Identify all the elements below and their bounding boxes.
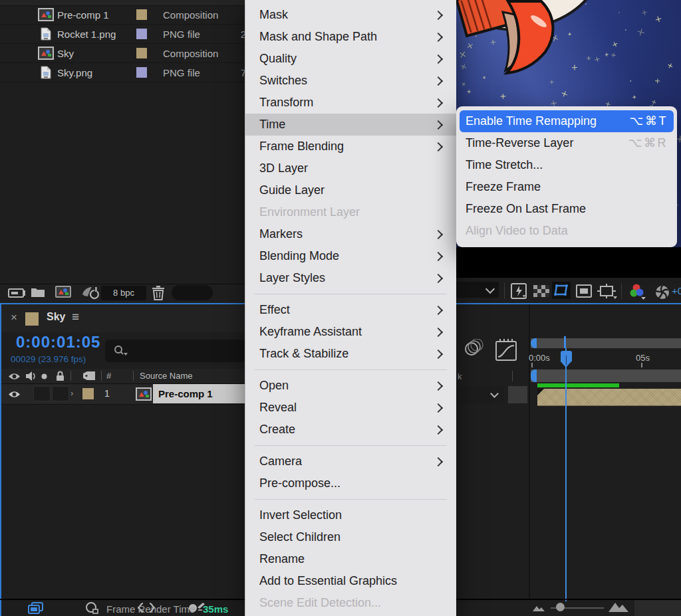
- channel-rgb-icon[interactable]: [629, 283, 646, 300]
- submenu-chevron-icon: [434, 252, 443, 261]
- submenu-item-freeze-frame[interactable]: Freeze Frame: [456, 176, 677, 198]
- project-search-field[interactable]: [172, 285, 213, 300]
- work-area-start-handle[interactable]: [531, 369, 537, 382]
- item-type[interactable]: PNG file: [163, 67, 200, 78]
- ruler-label: 05s: [636, 353, 650, 363]
- menu-item-transform[interactable]: Transform: [245, 92, 456, 114]
- menu-item-label: Time: [259, 118, 285, 131]
- submenu-item-label: Enable Time Remapping: [466, 110, 597, 132]
- video-eye-icon[interactable]: [8, 372, 21, 381]
- menu-item-markers[interactable]: Markers: [245, 223, 456, 245]
- menu-item-invert-selection[interactable]: Invert Selection: [245, 504, 456, 526]
- menu-item-add-to-essential-graphics[interactable]: Add to Essential Graphics: [245, 570, 456, 592]
- item-type[interactable]: PNG file: [163, 29, 200, 40]
- timeline-zoom-knob[interactable]: [556, 603, 565, 611]
- transparency-grid-icon[interactable]: [533, 285, 549, 297]
- exposure-shutter-icon[interactable]: [654, 284, 670, 300]
- label-color-swatch[interactable]: [136, 48, 147, 58]
- magnification-dropdown[interactable]: [456, 282, 499, 298]
- timeline-tab-title[interactable]: Sky: [47, 311, 65, 323]
- work-area-bar[interactable]: [531, 369, 681, 382]
- fast-previews-icon[interactable]: [511, 283, 529, 300]
- solo-icon[interactable]: [41, 373, 47, 379]
- label-color-swatch[interactable]: [136, 67, 147, 78]
- menu-item-reveal[interactable]: Reveal: [245, 397, 456, 419]
- trash-icon[interactable]: [152, 285, 165, 300]
- menu-item-label: Scene Edit Detection...: [259, 596, 381, 609]
- layer-expander-icon[interactable]: ›: [70, 388, 73, 398]
- submenu-item-enable-time-remapping[interactable]: Enable Time Remapping⌥⌘T: [460, 110, 674, 132]
- menu-item-effect[interactable]: Effect: [245, 299, 456, 321]
- guides-grid-icon[interactable]: [597, 284, 617, 300]
- playhead-handle[interactable]: [561, 351, 572, 361]
- zoom-out-icon[interactable]: [532, 604, 545, 612]
- menu-item-blending-mode[interactable]: Blending Mode: [245, 245, 456, 267]
- graph-editor-icon[interactable]: [495, 338, 517, 361]
- composition-icon: [136, 387, 152, 401]
- menu-item-switches[interactable]: Switches: [245, 70, 456, 92]
- current-timecode[interactable]: 0:00:01:05: [16, 333, 100, 352]
- column-number[interactable]: #: [106, 371, 111, 381]
- interpret-footage-icon[interactable]: [8, 287, 25, 299]
- menu-item-frame-blending[interactable]: Frame Blending: [245, 136, 456, 157]
- submenu-item-time-stretch[interactable]: Time Stretch...: [456, 154, 677, 176]
- submenu-item-time-reverse-layer[interactable]: Time-Reverse Layer⌥⌘R: [456, 132, 677, 154]
- region-of-interest-icon[interactable]: [552, 282, 571, 299]
- time-navigator-bar[interactable]: [531, 338, 681, 348]
- submenu-chevron-icon: [434, 306, 443, 315]
- item-type[interactable]: Composition: [163, 48, 218, 59]
- label-color-swatch[interactable]: [136, 9, 147, 20]
- pick-whip-cell[interactable]: [508, 386, 527, 403]
- menu-item-label: 3D Layer: [259, 161, 308, 175]
- menu-item-mask[interactable]: Mask: [245, 4, 456, 26]
- label-tag-icon[interactable]: [82, 371, 96, 381]
- expand-layer-switches-icon[interactable]: [28, 602, 44, 614]
- layer-mode-dropdown[interactable]: [458, 386, 504, 403]
- rocket-power-icon[interactable]: [81, 285, 101, 300]
- new-folder-icon[interactable]: [31, 286, 45, 298]
- menu-item-label: Frame Blending: [259, 140, 344, 153]
- menu-item-camera[interactable]: Camera: [245, 451, 456, 472]
- audio-speaker-icon[interactable]: [25, 371, 36, 381]
- layer-toggle-cell[interactable]: [52, 386, 69, 401]
- submenu-chevron-icon: [434, 230, 443, 239]
- layer-number: 1: [104, 388, 110, 399]
- menu-item-mask-and-shape-path[interactable]: Mask and Shape Path: [245, 26, 456, 48]
- menu-item-create[interactable]: Create: [245, 419, 456, 441]
- exposure-value[interactable]: +0: [672, 285, 681, 296]
- layer-toggle-cell[interactable]: [33, 386, 51, 401]
- panel-menu-icon[interactable]: ≡: [72, 310, 79, 324]
- layer-duration-bar[interactable]: [537, 389, 681, 406]
- mask-visibility-icon[interactable]: [576, 284, 592, 298]
- menu-item-quality[interactable]: Quality: [245, 48, 456, 70]
- menu-item-rename[interactable]: Rename: [245, 548, 456, 570]
- item-type[interactable]: Composition: [163, 9, 218, 21]
- motion-blur-icon[interactable]: [464, 339, 484, 358]
- bit-depth-button[interactable]: 8 bpc: [101, 286, 146, 300]
- composition-icon: [38, 47, 54, 60]
- new-composition-icon[interactable]: [55, 285, 72, 298]
- draft-3d-icon[interactable]: [85, 602, 98, 614]
- submenu-item-freeze-on-last-frame[interactable]: Freeze On Last Frame: [456, 198, 677, 220]
- menu-item-select-children[interactable]: Select Children: [245, 526, 456, 548]
- zoom-in-icon[interactable]: [608, 601, 629, 613]
- menu-item-layer-styles[interactable]: Layer Styles: [245, 267, 456, 289]
- time-navigator-start-handle[interactable]: [531, 338, 537, 348]
- menu-item-time[interactable]: Time: [245, 114, 456, 136]
- playhead-line[interactable]: [565, 348, 567, 601]
- menu-item-open[interactable]: Open: [245, 375, 456, 397]
- column-source-name[interactable]: Source Name: [140, 371, 192, 381]
- close-tab-icon[interactable]: ×: [11, 311, 17, 324]
- timeline-search-field[interactable]: [105, 340, 246, 362]
- menu-item-pre-compose[interactable]: Pre-compose...: [245, 472, 456, 494]
- menu-item-guide-layer[interactable]: Guide Layer: [245, 179, 456, 201]
- menu-item-3d-layer[interactable]: 3D Layer: [245, 157, 456, 179]
- layer-eye-icon[interactable]: [8, 390, 21, 399]
- layer-label-swatch[interactable]: [82, 388, 94, 399]
- layer-name[interactable]: Pre-comp 1: [153, 384, 246, 403]
- label-color-swatch[interactable]: [136, 29, 147, 39]
- menu-item-track-stabilize[interactable]: Track & Stabilize: [245, 343, 456, 365]
- lock-icon[interactable]: [56, 371, 65, 381]
- menu-item-label: Effect: [259, 303, 290, 316]
- menu-item-keyframe-assistant[interactable]: Keyframe Assistant: [245, 321, 456, 343]
